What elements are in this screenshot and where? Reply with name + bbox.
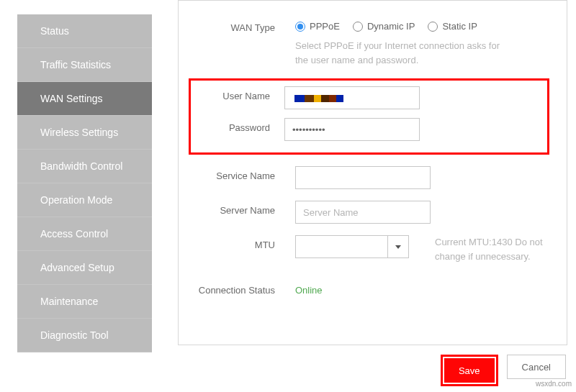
sidebar-item-label: Status bbox=[40, 25, 69, 37]
sidebar: Status Traffic Statistics WAN Settings W… bbox=[0, 0, 152, 392]
save-button[interactable]: Save bbox=[444, 358, 495, 383]
watermark: wsxdn.com bbox=[536, 380, 572, 388]
sidebar-item-access-control[interactable]: Access Control bbox=[17, 217, 152, 251]
sidebar-item-wireless-settings[interactable]: Wireless Settings bbox=[17, 116, 152, 150]
sidebar-item-bandwidth-control[interactable]: Bandwidth Control bbox=[17, 150, 152, 183]
sidebar-item-wan-settings[interactable]: WAN Settings bbox=[17, 82, 152, 116]
censored-username bbox=[294, 95, 343, 102]
sidebar-item-label: Diagnostic Tool bbox=[40, 329, 109, 341]
save-highlight: Save bbox=[441, 355, 498, 386]
sidebar-item-status[interactable]: Status bbox=[17, 14, 152, 48]
sidebar-item-traffic-statistics[interactable]: Traffic Statistics bbox=[17, 48, 152, 82]
mtu-note: Current MTU:1430 Do not change if unnece… bbox=[435, 235, 543, 263]
radio-icon bbox=[353, 22, 363, 32]
service-name-label: Service Name bbox=[196, 166, 295, 189]
radio-icon bbox=[295, 22, 305, 32]
sidebar-item-maintenance[interactable]: Maintenance bbox=[17, 285, 152, 319]
username-input[interactable] bbox=[284, 86, 420, 109]
radio-label: Static IP bbox=[442, 21, 477, 32]
wan-type-label: WAN Type bbox=[196, 18, 295, 67]
radio-label: Dynamic IP bbox=[367, 21, 415, 32]
service-name-input[interactable] bbox=[295, 166, 431, 189]
radio-pppoe[interactable]: PPPoE bbox=[295, 21, 340, 32]
sidebar-item-label: Bandwidth Control bbox=[40, 160, 122, 172]
sidebar-item-label: Traffic Statistics bbox=[40, 59, 111, 70]
sidebar-item-operation-mode[interactable]: Operation Mode bbox=[17, 183, 152, 217]
mtu-label: MTU bbox=[196, 235, 295, 263]
radio-label: PPPoE bbox=[310, 21, 340, 32]
mtu-input[interactable] bbox=[295, 235, 387, 258]
connection-status-label: Connection Status bbox=[196, 281, 295, 296]
password-label: Password bbox=[191, 118, 284, 141]
cancel-button[interactable]: Cancel bbox=[507, 355, 566, 379]
sidebar-item-label: Advanced Setup bbox=[40, 262, 114, 273]
sidebar-item-label: Wireless Settings bbox=[40, 127, 118, 138]
server-name-input[interactable] bbox=[295, 201, 431, 224]
chevron-down-icon bbox=[395, 245, 401, 249]
radio-static-ip[interactable]: Static IP bbox=[428, 21, 477, 32]
sidebar-item-label: WAN Settings bbox=[40, 93, 103, 104]
sidebar-item-advanced-setup[interactable]: Advanced Setup bbox=[17, 251, 152, 285]
server-name-label: Server Name bbox=[196, 201, 295, 224]
password-input[interactable] bbox=[284, 118, 420, 141]
settings-panel: WAN Type PPPoE Dynamic IP St bbox=[178, 0, 567, 345]
credentials-highlight: User Name Password bbox=[189, 78, 549, 155]
sidebar-item-diagnostic-tool[interactable]: Diagnostic Tool bbox=[17, 319, 152, 352]
sidebar-item-label: Access Control bbox=[40, 228, 108, 240]
radio-icon bbox=[428, 22, 438, 32]
radio-dynamic-ip[interactable]: Dynamic IP bbox=[353, 21, 415, 32]
sidebar-item-label: Maintenance bbox=[40, 296, 98, 307]
wan-type-helper: Select PPPoE if your Internet connection… bbox=[295, 39, 511, 67]
mtu-dropdown-button[interactable] bbox=[387, 235, 409, 258]
connection-status-value: Online bbox=[295, 281, 549, 296]
sidebar-item-label: Operation Mode bbox=[40, 194, 112, 206]
username-label: User Name bbox=[191, 86, 284, 109]
